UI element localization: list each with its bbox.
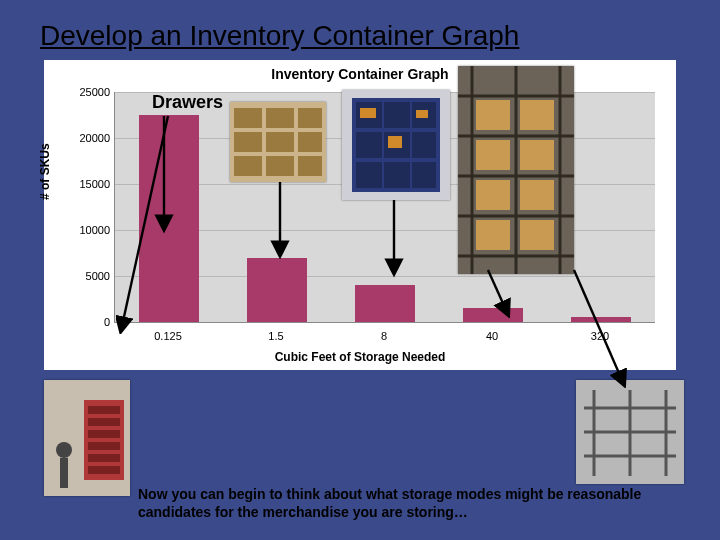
shelving-unit-photo: [342, 90, 450, 200]
svg-rect-54: [88, 454, 120, 462]
svg-rect-19: [384, 162, 410, 188]
chart-title: Inventory Container Graph: [44, 66, 676, 82]
y-tick: 20000: [74, 132, 110, 144]
pallet-stack-photo: [230, 102, 326, 182]
y-tick: 25000: [74, 86, 110, 98]
svg-point-56: [56, 442, 72, 458]
svg-rect-20: [412, 162, 436, 188]
y-tick: 0: [74, 316, 110, 328]
arrow-icon: [482, 268, 512, 318]
svg-rect-33: [476, 100, 510, 130]
svg-rect-2: [266, 108, 294, 128]
high-bay-rack-photo: [458, 66, 574, 274]
svg-rect-50: [88, 406, 120, 414]
slide: Develop an Inventory Container Graph Inv…: [0, 0, 720, 540]
photo-icon: [458, 66, 574, 274]
slide-caption: Now you can begin to think about what st…: [138, 486, 682, 521]
photo-icon: [342, 90, 450, 200]
svg-rect-13: [384, 102, 410, 128]
photo-icon: [230, 102, 326, 182]
svg-rect-57: [60, 458, 68, 488]
y-axis-label: # of SKUs: [38, 143, 52, 200]
svg-rect-3: [298, 108, 322, 128]
x-tick: 1.5: [268, 330, 283, 342]
arrow-icon: [570, 268, 630, 388]
svg-rect-4: [234, 132, 262, 152]
svg-rect-9: [298, 156, 322, 176]
drawers-annotation: Drawers: [152, 92, 223, 113]
bar-1: [247, 258, 307, 322]
svg-line-63: [574, 270, 622, 380]
svg-rect-35: [476, 140, 510, 170]
svg-rect-6: [298, 132, 322, 152]
arrow-icon: [270, 180, 290, 260]
svg-rect-22: [388, 136, 402, 148]
svg-rect-40: [520, 220, 554, 250]
svg-rect-53: [88, 442, 120, 450]
svg-rect-36: [520, 140, 554, 170]
x-tick: 40: [486, 330, 498, 342]
svg-rect-15: [356, 132, 382, 158]
svg-rect-17: [412, 132, 436, 158]
svg-rect-37: [476, 180, 510, 210]
svg-rect-21: [360, 108, 376, 118]
photo-icon: [44, 380, 130, 496]
svg-rect-8: [266, 156, 294, 176]
bar-2: [355, 285, 415, 322]
slide-title: Develop an Inventory Container Graph: [40, 20, 519, 52]
svg-rect-51: [88, 418, 120, 426]
y-tick: 10000: [74, 224, 110, 236]
y-tick: 15000: [74, 178, 110, 190]
svg-line-62: [488, 270, 506, 310]
svg-rect-7: [234, 156, 262, 176]
y-tick: 5000: [74, 270, 110, 282]
x-tick: 8: [381, 330, 387, 342]
svg-rect-5: [266, 132, 294, 152]
svg-rect-18: [356, 162, 382, 188]
arrow-icon: [116, 114, 176, 334]
svg-line-59: [122, 116, 168, 326]
svg-rect-34: [520, 100, 554, 130]
arrow-icon: [384, 198, 404, 278]
svg-rect-38: [520, 180, 554, 210]
svg-rect-23: [416, 110, 428, 118]
svg-rect-52: [88, 430, 120, 438]
drawers-cabinet-photo: [44, 380, 130, 496]
photo-icon: [576, 380, 684, 484]
cantilever-rack-photo: [576, 380, 684, 484]
svg-rect-39: [476, 220, 510, 250]
svg-rect-55: [88, 466, 120, 474]
svg-rect-1: [234, 108, 262, 128]
